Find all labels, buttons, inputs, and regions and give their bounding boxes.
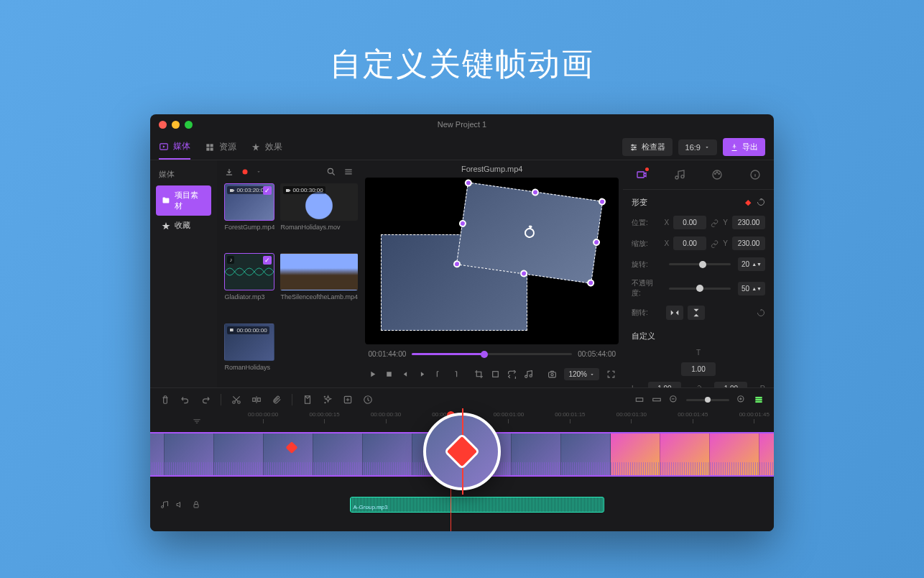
audio-track[interactable]: A-Group.mp3 — [244, 495, 774, 515]
video-icon — [285, 188, 291, 193]
ruler-tick: 00:00:01:15 — [555, 411, 585, 431]
undo-icon[interactable] — [180, 395, 190, 405]
snap-icon[interactable] — [652, 395, 662, 405]
magic-icon[interactable] — [323, 395, 333, 405]
import-icon[interactable] — [224, 167, 234, 177]
t-input[interactable] — [681, 362, 716, 376]
attach-icon[interactable] — [272, 395, 282, 405]
close-button[interactable] — [159, 121, 167, 129]
transform-handle[interactable] — [532, 188, 540, 196]
export-clip-icon[interactable] — [343, 395, 353, 405]
titlebar: New Project 1 — [150, 114, 774, 134]
flip-v-button[interactable] — [688, 306, 705, 320]
fit-icon[interactable] — [634, 395, 645, 405]
media-item[interactable]: ♪ ✓ Gladiator.mp3 — [224, 253, 274, 317]
timeline-ruler[interactable]: 00:00:00:0000:00:00:1500:00:00:3000:00:0… — [244, 411, 774, 431]
tab-effect[interactable]: 效果 — [251, 134, 282, 160]
maximize-button[interactable] — [185, 121, 193, 129]
media-name: RomanHolidays.mov — [280, 224, 358, 231]
snapshot-icon[interactable] — [548, 370, 557, 379]
inspector-tab-info[interactable] — [747, 166, 764, 183]
mark-in-icon[interactable] — [434, 370, 443, 379]
inspector-tab-audio[interactable] — [671, 166, 688, 183]
rotation-slider[interactable] — [669, 263, 731, 265]
transform-handle[interactable] — [459, 219, 467, 227]
inspector-section-transform: 形变 ◆ — [623, 190, 774, 212]
marker-icon[interactable] — [302, 395, 313, 405]
mute-icon[interactable] — [176, 500, 185, 509]
reset-icon[interactable] — [757, 198, 765, 206]
media-name: TheSilenceoftheLamb.mp4 — [280, 293, 358, 301]
lock-icon[interactable] — [192, 500, 200, 509]
media-item[interactable]: TheSilenceoftheLamb.mp4 — [280, 253, 358, 317]
audio-clip[interactable]: A-Group.mp3 — [350, 497, 604, 513]
transform-handle[interactable] — [593, 238, 601, 246]
link-icon[interactable] — [711, 239, 719, 248]
aspect-ratio-button[interactable]: 16:9 — [678, 139, 717, 155]
transform-handle[interactable] — [587, 278, 595, 286]
media-item[interactable]: 00:00:00:00 RomanHolidays — [224, 324, 274, 387]
music-icon[interactable] — [160, 500, 169, 509]
zoom-level[interactable]: 120% — [564, 368, 599, 380]
position-x-input[interactable] — [673, 216, 706, 229]
rotate-handle-icon[interactable] — [520, 223, 540, 242]
play-icon[interactable] — [368, 370, 377, 379]
transform-handle[interactable] — [465, 178, 473, 186]
chevron-down-icon[interactable] — [256, 169, 262, 175]
inspector-tab-color[interactable] — [708, 166, 726, 183]
sidebar-item-favorites[interactable]: 收藏 — [156, 216, 211, 235]
media-name: RomanHolidays — [224, 364, 274, 371]
speed-icon[interactable] — [363, 395, 373, 405]
fullscreen-icon[interactable] — [606, 370, 616, 379]
filter-icon[interactable] — [192, 416, 202, 426]
reset-icon[interactable] — [757, 308, 765, 317]
prev-frame-icon[interactable] — [401, 370, 410, 379]
record-icon[interactable] — [240, 167, 250, 177]
zoom-in-icon[interactable] — [736, 395, 747, 405]
split-icon[interactable] — [251, 395, 262, 405]
delete-icon[interactable] — [160, 395, 170, 405]
transform-icon[interactable] — [491, 370, 500, 379]
chevron-down-icon — [589, 372, 595, 377]
audio-badge: ♪ — [227, 256, 234, 264]
opacity-slider[interactable] — [669, 288, 731, 290]
stop-icon[interactable] — [384, 370, 394, 379]
ruler-tick: 00:00:01:00 — [494, 411, 524, 431]
list-view-icon[interactable] — [343, 167, 354, 177]
video-icon — [229, 188, 235, 193]
t-label: T — [696, 349, 701, 357]
media-item[interactable]: 00:03:20:00 ✓ ForestGump.mp4 — [224, 183, 274, 247]
redo-icon[interactable] — [200, 395, 211, 405]
zoom-slider[interactable] — [686, 399, 729, 401]
cut-icon[interactable] — [231, 395, 241, 405]
rotation-value[interactable]: 20▲▼ — [738, 257, 765, 271]
export-button[interactable]: 导出 — [723, 138, 765, 156]
media-item[interactable]: 00:00:30:00 RomanHolidays.mov — [280, 183, 358, 247]
trbl-grid: T — [623, 346, 774, 379]
crop-icon[interactable] — [474, 370, 484, 379]
opacity-value[interactable]: 50▲▼ — [738, 282, 765, 295]
tab-media[interactable]: 媒体 — [159, 134, 190, 160]
zoom-out-icon[interactable] — [669, 395, 679, 405]
tab-resource[interactable]: 资源 — [205, 134, 236, 160]
flip-h-button[interactable] — [666, 306, 683, 320]
next-frame-icon[interactable] — [417, 370, 427, 379]
transform-handle[interactable] — [599, 198, 606, 206]
keyframe-diamond-icon[interactable]: ◆ — [745, 198, 751, 207]
mark-out-icon[interactable] — [451, 370, 460, 379]
loop-icon[interactable] — [507, 370, 517, 379]
sidebar-item-project[interactable]: 项目素材 — [156, 185, 211, 216]
ruler-tick: 00:00:01:30 — [616, 411, 647, 431]
time-slider[interactable] — [412, 353, 572, 355]
minimize-button[interactable] — [172, 121, 180, 129]
link-icon[interactable] — [711, 219, 719, 227]
track-view-icon[interactable] — [754, 395, 764, 405]
preview-canvas[interactable] — [365, 178, 619, 344]
scale-x-input[interactable] — [673, 237, 706, 250]
position-y-input[interactable] — [732, 216, 765, 229]
scale-y-input[interactable] — [732, 237, 765, 250]
inspector-toggle-button[interactable]: 检查器 — [622, 138, 673, 156]
inspector-tab-video[interactable] — [633, 166, 650, 183]
search-icon[interactable] — [326, 167, 336, 177]
audio-icon[interactable] — [524, 370, 533, 379]
